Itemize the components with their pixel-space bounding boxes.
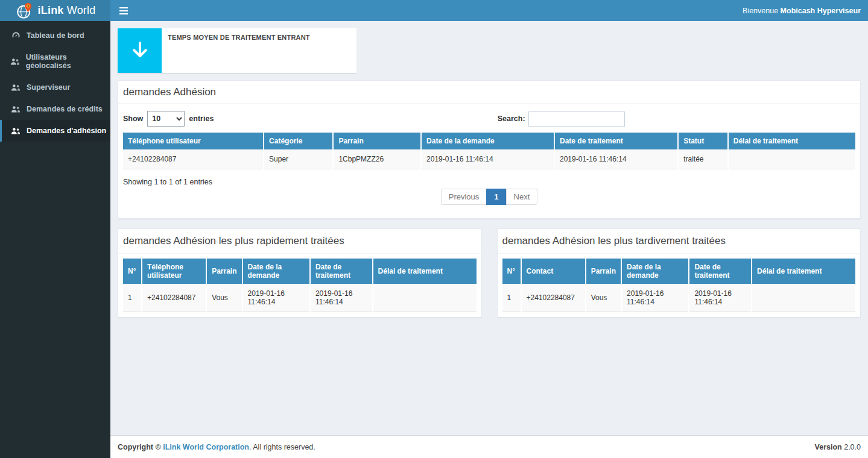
sidebar-item-tableau-de-bord[interactable]: Tableau de bord xyxy=(0,24,110,46)
column-header[interactable]: Date de traitement xyxy=(554,133,678,149)
cell: +24102284087 xyxy=(123,149,264,169)
globe-pin-logo-icon: $ xyxy=(15,2,33,20)
users-icon xyxy=(10,127,21,135)
cell: 2019-01-16 11:46:14 xyxy=(621,284,689,312)
top-navbar: $ iLink World Bienvenue Mobicash Hypervi… xyxy=(0,0,868,21)
column-header: Délai de traitement xyxy=(752,259,855,284)
welcome-message: Bienvenue Mobicash Hyperviseur xyxy=(743,7,868,15)
column-header: N° xyxy=(502,259,521,284)
column-header: Date de la demande xyxy=(242,259,310,284)
sidebar: Tableau de bord Utilisateurs géolocalisé… xyxy=(0,21,110,458)
page-length-select[interactable]: 10 xyxy=(147,111,185,127)
cell: 2019-01-16 11:46:14 xyxy=(310,284,373,312)
table-info-text: Showing 1 to 1 of 1 entries xyxy=(123,178,855,186)
cell: Vous xyxy=(206,284,242,312)
search-label: Search: xyxy=(498,114,525,123)
column-header[interactable]: Catégorie xyxy=(264,133,333,149)
copyright-text: Copyright © iLink World Corporation. All… xyxy=(118,443,315,451)
column-header: Parrain xyxy=(206,259,242,284)
entries-label: entries xyxy=(189,114,214,123)
panel-adhesion-rapides: demandes Adhésion les plus rapidement tr… xyxy=(118,228,482,318)
cell: 2019-01-16 11:46:14 xyxy=(554,149,678,169)
column-header: Délai de traitement xyxy=(373,259,477,284)
cell: 2019-01-16 11:46:14 xyxy=(689,284,752,312)
column-header: N° xyxy=(123,259,142,284)
cell xyxy=(728,149,855,169)
column-header[interactable]: Date de la demande xyxy=(421,133,554,149)
sidebar-item-utilisateurs-geolocalises[interactable]: Utilisateurs géolocalisés xyxy=(0,46,110,77)
version-label: Version xyxy=(815,443,842,451)
users-icon xyxy=(10,105,21,113)
arrow-down-icon xyxy=(118,28,162,73)
header-row: N°Téléphone utilisateurParrainDate de la… xyxy=(123,259,477,284)
column-header: Date de traitement xyxy=(689,259,752,284)
users-icon xyxy=(10,84,21,92)
sidebar-item-label: Utilisateurs géolocalisés xyxy=(26,53,107,70)
panel-demandes-adhesion: demandes Adhésion Show 10 entries xyxy=(118,80,861,219)
column-header[interactable]: Statut xyxy=(678,133,728,149)
company-link[interactable]: iLink World Corporation xyxy=(163,443,249,451)
version-value: 2.0.0 xyxy=(842,443,861,451)
pagination-page-1[interactable]: 1 xyxy=(487,189,506,205)
users-icon xyxy=(10,58,21,66)
adhesion-tardives-table: N°ContactParrainDate de la demandeDate d… xyxy=(502,259,856,312)
app-logo[interactable]: $ iLink World xyxy=(0,0,110,21)
panel-title: demandes Adhésion les plus tardivement t… xyxy=(502,235,726,246)
header-row: Téléphone utilisateurCatégorieParrainDat… xyxy=(123,133,855,149)
adhesion-table: Téléphone utilisateurCatégorieParrainDat… xyxy=(123,133,855,169)
pagination: Previous 1 Next xyxy=(441,189,538,205)
hamburger-icon xyxy=(119,7,128,14)
show-label: Show xyxy=(123,114,143,123)
cell: Vous xyxy=(586,284,621,312)
cell: 1 xyxy=(502,284,521,312)
table-row: 1+24102284087Vous2019-01-16 11:46:142019… xyxy=(502,284,856,312)
panel-title: demandes Adhésion xyxy=(123,86,216,98)
cell: +24102284087 xyxy=(521,284,586,312)
sidebar-item-label: Tableau de bord xyxy=(27,31,84,40)
svg-text:$: $ xyxy=(27,4,29,7)
sidebar-item-superviseur[interactable]: Superviseur xyxy=(0,77,110,98)
sidebar-item-demandes-de-credits[interactable]: Demandes de crédits xyxy=(0,98,110,120)
cell: 1CbpPMZZ26 xyxy=(333,149,421,169)
sidebar-toggle-button[interactable] xyxy=(110,0,137,21)
adhesion-rapides-table: N°Téléphone utilisateurParrainDate de la… xyxy=(123,259,477,312)
search-input[interactable] xyxy=(528,111,625,127)
cell: 2019-01-16 11:46:14 xyxy=(242,284,310,312)
sidebar-item-demandes-adhesion[interactable]: Demandes d'adhésion xyxy=(0,120,110,142)
cell: traitée xyxy=(678,149,728,169)
pagination-next[interactable]: Next xyxy=(507,189,538,205)
dashboard-icon xyxy=(10,31,21,40)
brand-bold: iLink xyxy=(38,4,64,16)
main-content: TEMPS MOYEN DE TRAITEMENT ENTRANT demand… xyxy=(110,21,868,435)
rights-text: . All rights reserved. xyxy=(249,443,315,451)
brand-light: World xyxy=(64,4,96,16)
table-row: +24102284087Super1CbpPMZZ262019-01-16 11… xyxy=(123,149,855,169)
cell xyxy=(752,284,855,312)
info-box-title: TEMPS MOYEN DE TRAITEMENT ENTRANT xyxy=(168,34,310,41)
cell xyxy=(373,284,477,312)
column-header[interactable]: Téléphone utilisateur xyxy=(123,133,264,149)
search-control: Search: xyxy=(498,111,625,127)
sidebar-item-label: Demandes de crédits xyxy=(27,105,103,113)
welcome-prefix: Bienvenue xyxy=(743,7,781,15)
welcome-username: Mobicash Hyperviseur xyxy=(781,7,861,15)
cell: 1 xyxy=(123,284,142,312)
sidebar-item-label: Demandes d'adhésion xyxy=(27,127,106,135)
page-length-control: Show 10 entries xyxy=(123,111,214,127)
column-header: Contact xyxy=(521,259,586,284)
column-header[interactable]: Parrain xyxy=(333,133,421,149)
footer: Copyright © iLink World Corporation. All… xyxy=(110,435,868,458)
column-header: Date de la demande xyxy=(621,259,689,284)
sidebar-item-label: Superviseur xyxy=(27,83,70,92)
header-row: N°ContactParrainDate de la demandeDate d… xyxy=(502,259,856,284)
panel-title: demandes Adhésion les plus rapidement tr… xyxy=(123,235,344,246)
info-box-temps-moyen: TEMPS MOYEN DE TRAITEMENT ENTRANT xyxy=(118,28,356,73)
version-text: Version 2.0.0 xyxy=(815,443,861,451)
cell: +24102284087 xyxy=(142,284,206,312)
panel-adhesion-tardives: demandes Adhésion les plus tardivement t… xyxy=(497,228,861,318)
column-header[interactable]: Délai de traitement xyxy=(728,133,855,149)
cell: Super xyxy=(264,149,333,169)
pagination-previous[interactable]: Previous xyxy=(441,189,487,205)
brand-title: iLink World xyxy=(38,4,96,17)
table-row: 1+24102284087Vous2019-01-16 11:46:142019… xyxy=(123,284,477,312)
